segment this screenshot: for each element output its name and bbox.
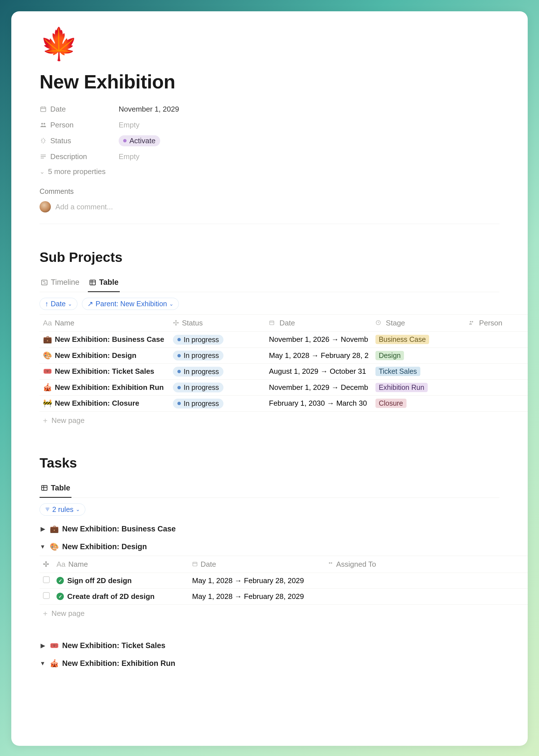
property-person[interactable]: Person Empty [39,117,500,133]
svg-rect-23 [270,321,274,325]
status-pill[interactable]: Activate [118,135,160,146]
col-name[interactable]: Name [55,319,74,327]
comment-input-row[interactable]: Add a comment... [39,201,500,212]
group-toggle-icon[interactable]: ▶ [39,642,46,649]
table-row[interactable]: 🎟️New Exhibition: Ticket Sales In progre… [39,364,528,380]
table-icon [41,484,48,491]
status-chip[interactable]: In progress [173,383,223,392]
more-properties-label: 5 more properties [48,167,106,176]
task-group-header[interactable]: ▶ 💼 New Exhibition: Business Case [39,520,500,538]
table-row[interactable]: 🎨New Exhibition: Design In progress May … [39,347,528,364]
description-value[interactable]: Empty [118,152,139,161]
stage-chip[interactable]: Business Case [375,335,429,344]
row-date: May 1, 2028 → February 28, 2 [266,347,372,364]
filter-sort-date[interactable]: ↑ Date ⌄ [39,298,77,310]
table-row[interactable]: 🎪New Exhibition: Exhibition Run In progr… [39,379,528,396]
page-icon[interactable]: 🍁 [39,28,500,59]
col-date[interactable]: Date [200,560,216,568]
task-checkbox[interactable] [43,592,50,599]
more-properties-toggle[interactable]: ⌄ 5 more properties [39,167,106,176]
tab-tasks-table-label: Table [51,484,70,492]
group-icon: 🎪 [50,659,58,668]
table-row[interactable]: 🚧New Exhibition: Closure In progress Feb… [39,396,528,412]
stage-chip[interactable]: Exhibition Run [375,383,428,392]
col-person[interactable]: Person [479,319,502,327]
date-value[interactable]: November 1, 2029 [118,105,179,113]
filter-rules-label: 2 rules [52,505,73,514]
task-group-header[interactable]: ▼ 🎪 New Exhibition: Exhibition Run [39,654,500,672]
status-chip[interactable]: In progress [173,350,223,360]
status-dot [123,139,126,142]
person-value[interactable]: Empty [118,120,139,129]
svg-line-11 [44,142,45,142]
group-toggle-icon[interactable]: ▶ [39,525,46,532]
date-label: Date [50,105,66,113]
group-toggle-icon[interactable]: ▼ [39,660,46,667]
name-col-icon: Aa [43,319,52,327]
tab-tasks-table[interactable]: Table [39,480,71,498]
col-assigned[interactable]: Assigned To [336,560,376,568]
stage-chip[interactable]: Design [375,351,404,360]
plus-icon: + [43,609,47,618]
filter-parent[interactable]: ↗ Parent: New Exhibition ⌄ [82,298,179,310]
svg-line-10 [42,139,42,140]
task-group-header[interactable]: ▶ 🎟️ New Exhibition: Ticket Sales [39,637,500,654]
col-name[interactable]: Name [68,560,88,568]
tab-table-label: Table [99,278,118,287]
svg-point-36 [329,562,330,564]
group-title: New Exhibition: Ticket Sales [62,641,166,650]
subprojects-new-page[interactable]: + New page [39,412,500,430]
property-status[interactable]: Status Activate [39,133,500,149]
subprojects-heading[interactable]: Sub Projects [39,250,500,265]
calendar-icon [39,106,47,113]
status-dot [178,370,181,373]
comment-placeholder[interactable]: Add a comment... [55,202,113,211]
row-name-text: New Exhibition: Business Case [55,335,164,344]
group-toggle-icon[interactable]: ▼ [39,544,46,550]
group-icon: 💼 [50,525,58,533]
stage-chip[interactable]: Ticket Sales [375,367,421,376]
task-group-header[interactable]: ▼ 🎨 New Exhibition: Design [39,538,500,556]
tab-table[interactable]: Table [88,274,120,292]
stage-chip[interactable]: Closure [375,399,407,408]
people-icon [39,121,47,128]
svg-point-5 [43,123,45,124]
chevron-down-icon: ⌄ [169,301,174,307]
svg-point-26 [470,321,471,322]
row-date: November 1, 2029 → Decemb [266,379,372,396]
table-row[interactable]: 💼New Exhibition: Business Case In progre… [39,332,528,348]
svg-rect-34 [193,562,197,566]
row-name-text: New Exhibition: Ticket Sales [55,367,154,376]
plus-icon: + [43,416,47,425]
task-row[interactable]: ✓Create draft of 2D design May 1, 2028 →… [39,588,528,604]
task-name-text: Create draft of 2D design [67,592,155,601]
col-status[interactable]: Status [182,319,203,327]
svg-rect-28 [41,485,47,490]
status-chip[interactable]: In progress [173,399,223,409]
status-label: Status [50,136,71,145]
row-name-text: New Exhibition: Exhibition Run [55,383,164,392]
page-title[interactable]: New Exhibition [39,71,500,93]
svg-line-13 [44,139,45,140]
status-icon [39,138,47,144]
stage-col-icon [375,319,383,327]
task-row[interactable]: ✓Sign off 2D design May 1, 2028 → Februa… [39,573,528,588]
col-date[interactable]: Date [279,319,295,327]
tasks-new-page[interactable]: +New page [39,605,500,623]
property-date[interactable]: Date November 1, 2029 [39,101,500,117]
arrow-up-icon: ↑ [45,300,48,308]
status-dot [178,402,181,405]
col-stage[interactable]: Stage [386,319,405,327]
tasks-heading[interactable]: Tasks [39,455,500,471]
row-name-text: New Exhibition: Design [55,351,136,360]
property-description[interactable]: Description Empty [39,149,500,164]
person-label: Person [50,120,73,129]
avatar [39,201,51,212]
tab-timeline[interactable]: Timeline [39,274,81,292]
task-date: May 1, 2028 → February 28, 2029 [189,588,324,604]
status-chip[interactable]: In progress [173,335,223,345]
status-chip[interactable]: In progress [173,367,223,377]
filter-rules[interactable]: 2 rules ⌄ [39,503,85,516]
task-checkbox[interactable] [43,576,50,583]
svg-line-12 [42,142,42,142]
